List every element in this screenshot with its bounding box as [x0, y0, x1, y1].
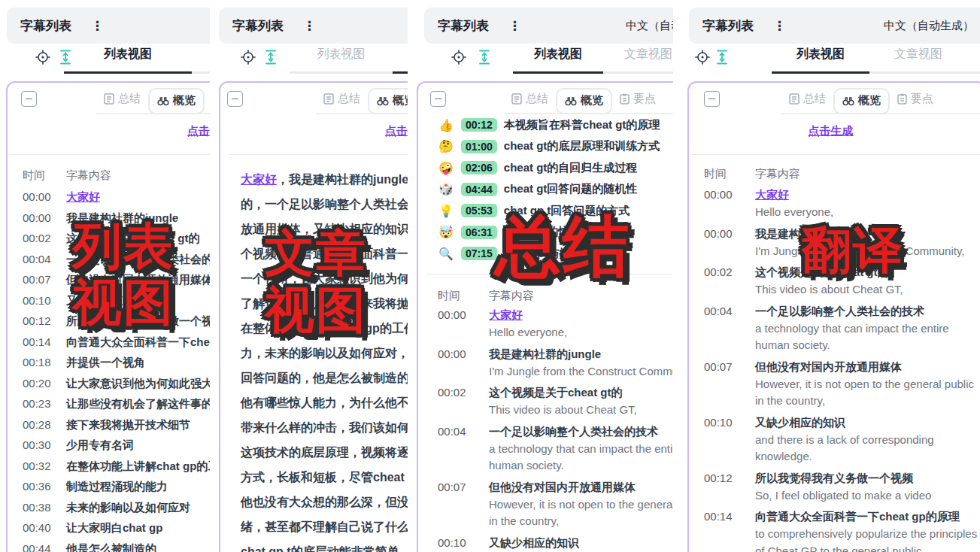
- subtitle-link[interactable]: 大家好: [241, 173, 277, 186]
- subtitle-time: 00:18: [23, 352, 66, 373]
- generate-link[interactable]: 点击生成: [187, 124, 210, 137]
- kebab-menu-icon[interactable]: ⋮: [773, 20, 786, 32]
- collapse-button[interactable]: [227, 91, 243, 107]
- subtitle-row[interactable]: 00:04一个足以影响整个人类社会的技术a technology that ca…: [438, 422, 673, 475]
- tab-article-view[interactable]: 文章视图: [192, 47, 210, 74]
- subtitle-time: 00:04: [438, 422, 489, 475]
- subtitle-row[interactable]: 00:00大家好: [23, 187, 210, 208]
- subtitle-row[interactable]: 00:18并提供一个视角: [23, 352, 210, 373]
- chapter-item[interactable]: 🤔01:00cheat gt的底层原理和训练方式: [438, 136, 673, 158]
- tab-list-view[interactable]: 列表视图: [290, 47, 393, 74]
- subtitle-time: 00:32: [23, 456, 66, 477]
- tab-summary[interactable]: 总结: [316, 87, 368, 113]
- kebab-menu-icon[interactable]: ⋮: [508, 20, 521, 32]
- panel-list-view: 字幕列表 ⋮ 列表视图 文章视图 总结 概览 要点: [0, 0, 210, 552]
- locate-icon[interactable]: [695, 50, 710, 65]
- subtitle-content: 他是怎么被制造的: [66, 538, 156, 552]
- generate-link[interactable]: 点击生成: [809, 124, 854, 137]
- chapter-timestamp[interactable]: 05:53: [461, 204, 497, 217]
- subtitle-time: 00:07: [23, 269, 66, 290]
- subtitle-row[interactable]: 00:12所以我觉得我有义务做一个视频So, I feel obligated …: [704, 469, 980, 505]
- tab-label: 总结: [803, 92, 826, 106]
- generate-link[interactable]: 点击生成: [385, 124, 408, 137]
- tab-article-view[interactable]: 文章视图: [869, 47, 967, 74]
- subtitle-link[interactable]: 大家好: [66, 190, 100, 203]
- subtitle-row[interactable]: 00:07但他没有对国内开放通用媒体However, it is not ope…: [438, 478, 673, 530]
- chapter-timestamp[interactable]: 04:44: [461, 183, 497, 196]
- subtitle-row[interactable]: 00:44他是怎么被制造的: [23, 538, 210, 552]
- tab-summary[interactable]: 总结: [504, 87, 556, 113]
- tab-keypoints[interactable]: 要点: [205, 87, 210, 113]
- locate-icon[interactable]: [35, 50, 50, 65]
- subtitle-link[interactable]: 大家好: [755, 188, 789, 201]
- subtitle-row[interactable]: 00:00我是建构社群的jungleI'm Jungle from the Co…: [438, 344, 673, 381]
- kebab-menu-icon[interactable]: ⋮: [91, 20, 104, 32]
- subtitle-time: 00:07: [704, 357, 755, 410]
- subtitle-row[interactable]: 00:10又缺少相应的知识and there is a lack of corr…: [704, 413, 980, 466]
- tab-overview[interactable]: 概览: [556, 88, 612, 114]
- subtitle-row[interactable]: 00:04一个足以影响整个人类社会的技术a technology that ca…: [704, 302, 980, 354]
- exploding-head-emoji-icon: 🤯: [438, 225, 454, 239]
- subtitle-row[interactable]: 00:14向普通大众全面科普一下cheat gp的原理: [23, 332, 210, 353]
- locate-icon[interactable]: [241, 50, 256, 65]
- subtitle-row[interactable]: 00:00大家好Hello everyone,: [704, 185, 980, 221]
- tab-list-view[interactable]: 列表视图: [772, 47, 869, 74]
- collapse-button[interactable]: [21, 91, 37, 107]
- subtitle-row[interactable]: 00:23让那些没有机会了解这件事的人: [23, 393, 210, 414]
- subtitle-time: 00:07: [438, 478, 489, 530]
- subtitle-row[interactable]: 00:40让大家明白chat gp: [23, 517, 210, 538]
- subtitle-time: 00:00: [23, 208, 66, 229]
- chapter-timestamp[interactable]: 01:00: [461, 140, 497, 153]
- subtitle-time: 00:40: [23, 517, 66, 538]
- tab-list-view[interactable]: 列表视图: [64, 47, 192, 74]
- subtitle-link[interactable]: 大家好: [489, 308, 523, 321]
- chapter-timestamp[interactable]: 00:12: [461, 118, 497, 132]
- subtitle-row[interactable]: 00:07但他没有对国内开放通用媒体However, it is not ope…: [704, 357, 980, 410]
- dice-emoji-icon: 🎲: [438, 182, 454, 196]
- tab-overview[interactable]: 概览: [148, 88, 205, 114]
- subtitle-row[interactable]: 00:30少用专有名词: [23, 435, 210, 456]
- chapter-item[interactable]: 🤪02:06cheat gt的自回归生成过程: [438, 157, 673, 179]
- tab-article-view[interactable]: 文章视图: [603, 47, 673, 74]
- tab-summary[interactable]: 总结: [96, 87, 148, 113]
- subtitle-time: 00:00: [438, 305, 489, 341]
- chapter-timestamp[interactable]: 02:06: [461, 161, 497, 174]
- chapter-timestamp[interactable]: 06:31: [461, 226, 497, 239]
- subtitle-content: 接下来我将抛开技术细节: [66, 414, 190, 435]
- kebab-menu-icon[interactable]: ⋮: [303, 20, 316, 32]
- subtitle-row[interactable]: 00:14向普通大众全面科普一下cheat gp的原理to comprehens…: [704, 507, 980, 552]
- subtitle-text-en: However, it is not open to the general p…: [755, 376, 974, 393]
- tab-label: 要点: [911, 92, 933, 106]
- line-height-icon[interactable]: [716, 50, 728, 65]
- line-height-icon[interactable]: [478, 50, 490, 65]
- tab-article-view[interactable]: 文章视图: [393, 47, 408, 74]
- subtitle-row[interactable]: 00:36制造过程涌现的能力: [23, 476, 210, 497]
- subtitle-row[interactable]: 00:10又缺少相应的知识and there is a lack of corr…: [438, 533, 673, 552]
- subtitle-row[interactable]: 00:32在整体功能上讲解chat gp的工作原理: [23, 456, 210, 477]
- line-height-icon[interactable]: [265, 50, 277, 65]
- chapter-item[interactable]: 🎲04:44cheat gt回答问题的随机性: [438, 179, 673, 201]
- tab-keypoints[interactable]: 要点: [890, 87, 941, 113]
- subtitle-row[interactable]: 00:20让大家意识到他为何如此强大: [23, 373, 210, 394]
- tab-list-view[interactable]: 列表视图: [513, 47, 603, 74]
- language-selector[interactable]: 中文（自动生成）: [626, 19, 673, 33]
- subtitle-row[interactable]: 00:38未来的影响以及如何应对: [23, 497, 210, 518]
- tab-keypoints[interactable]: 要点: [612, 87, 663, 113]
- collapse-button[interactable]: [430, 91, 446, 107]
- locate-icon[interactable]: [451, 50, 466, 65]
- subtitle-row[interactable]: 00:28接下来我将抛开技术细节: [23, 414, 210, 435]
- chapter-item[interactable]: 👍00:12本视频旨在科普cheat gt的原理: [438, 114, 673, 136]
- binoculars-icon: [377, 96, 389, 106]
- subtitle-text-zh: 向普通大众全面科普一下cheat gp的原理: [755, 507, 977, 526]
- divider: [692, 154, 980, 155]
- tab-summary[interactable]: 总结: [781, 87, 833, 113]
- subtitle-text-en: However, it is not open to the general p…: [489, 496, 673, 514]
- tab-overview[interactable]: 概览: [368, 88, 408, 114]
- chapter-timestamp[interactable]: 07:15: [461, 247, 497, 260]
- tab-overview[interactable]: 概览: [833, 88, 890, 114]
- language-selector[interactable]: 中文（自动生成）: [884, 19, 974, 33]
- collapse-button[interactable]: [704, 91, 720, 107]
- binoculars-icon: [842, 96, 854, 106]
- subtitle-row[interactable]: 00:02这个视频是关于cheat gt的This video is about…: [438, 383, 673, 419]
- subtitle-row[interactable]: 00:00大家好Hello everyone,: [438, 305, 673, 341]
